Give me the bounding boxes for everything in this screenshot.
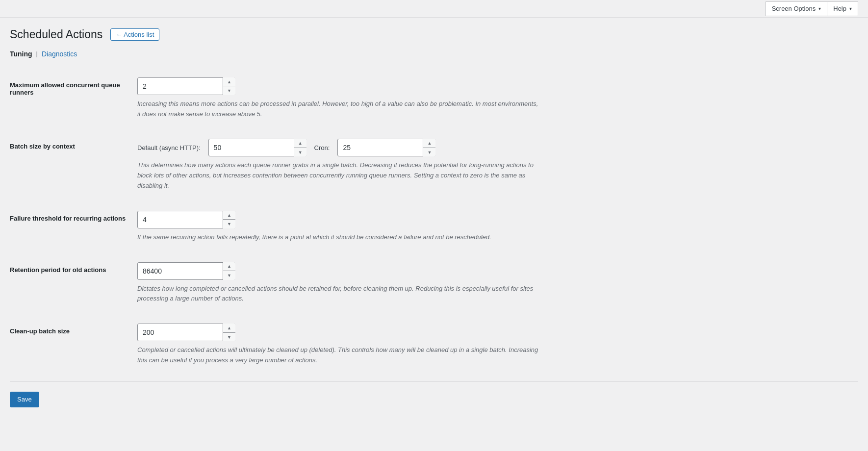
spinners-failure-threshold: ▲▼: [223, 211, 235, 228]
form-row-cleanup-batch: Clean-up batch size▲▼Completed or cancel…: [10, 316, 858, 374]
input-max-concurrent[interactable]: [137, 77, 235, 95]
spinners-retention-period: ▲▼: [223, 262, 235, 280]
field-description-cleanup-batch: Completed or cancelled actions will ulti…: [137, 345, 539, 366]
save-button[interactable]: Save: [10, 392, 39, 407]
form-row-failure-threshold: Failure threshold for recurring actions▲…: [10, 203, 858, 251]
field-description-failure-threshold: If the same recurring action fails repea…: [137, 232, 539, 243]
actions-list-button[interactable]: ← Actions list: [110, 28, 159, 41]
sub-label-batch-size-1: Cron:: [314, 144, 330, 151]
field-label-failure-threshold: Failure threshold for recurring actions: [10, 211, 137, 222]
field-description-retention-period: Dictates how long completed or cancelled…: [137, 284, 539, 304]
field-content-retention-period: ▲▼Dictates how long completed or cancell…: [137, 262, 858, 304]
top-bar-right: Screen Options ▾ Help ▾: [766, 1, 858, 16]
input-retention-period[interactable]: [137, 262, 235, 280]
screen-options-button[interactable]: Screen Options ▾: [766, 1, 827, 16]
form-rows: Maximum allowed concurrent queue runners…: [10, 70, 858, 374]
screen-options-label: Screen Options: [772, 5, 816, 12]
sub-input-wrap-batch-size-1: ▲▼: [337, 139, 435, 156]
spinner-up-retention-period[interactable]: ▲: [223, 262, 235, 272]
spinner-up-failure-threshold[interactable]: ▲: [223, 211, 235, 220]
spinner-up-cleanup-batch[interactable]: ▲: [223, 324, 235, 333]
field-content-batch-size: Default (async HTTP):▲▼Cron:▲▼This deter…: [137, 139, 858, 191]
input-wrap-retention-period: ▲▼: [137, 262, 235, 280]
inline-group-batch-size: Default (async HTTP):▲▼Cron:▲▼: [137, 139, 858, 156]
sub-input-batch-size-0[interactable]: [208, 139, 306, 156]
field-label-max-concurrent: Maximum allowed concurrent queue runners: [10, 77, 137, 96]
input-wrap-max-concurrent: ▲▼: [137, 77, 235, 95]
spinner-down-retention-period[interactable]: ▼: [223, 271, 235, 280]
sub-spinners-batch-size-0: ▲▼: [294, 139, 306, 156]
sub-spinner-down-batch-size-0[interactable]: ▼: [294, 148, 306, 157]
top-bar: Screen Options ▾ Help ▾: [0, 0, 868, 18]
page-header: Scheduled Actions ← Actions list: [10, 27, 858, 42]
field-description-max-concurrent: Increasing this means more actions can b…: [137, 99, 539, 120]
help-label: Help: [833, 5, 846, 12]
spinner-up-max-concurrent[interactable]: ▲: [223, 77, 235, 87]
tab-separator: |: [36, 50, 38, 57]
sub-spinner-up-batch-size-0[interactable]: ▲: [294, 139, 306, 148]
sub-spinner-up-batch-size-1[interactable]: ▲: [423, 139, 435, 148]
sub-label-batch-size-0: Default (async HTTP):: [137, 144, 201, 151]
tab-diagnostics[interactable]: Diagnostics: [42, 50, 77, 58]
tab-tuning[interactable]: Tuning: [10, 50, 32, 58]
field-content-cleanup-batch: ▲▼Completed or cancelled actions will ul…: [137, 324, 858, 366]
field-content-failure-threshold: ▲▼If the same recurring action fails rep…: [137, 211, 858, 243]
form-row-retention-period: Retention period for old actions▲▼Dictat…: [10, 254, 858, 312]
spinner-down-cleanup-batch[interactable]: ▼: [223, 333, 235, 342]
spinner-down-failure-threshold[interactable]: ▼: [223, 220, 235, 228]
main-content: Scheduled Actions ← Actions list Tuning …: [0, 18, 868, 422]
input-cleanup-batch[interactable]: [137, 324, 235, 341]
save-btn-label: Save: [17, 396, 32, 403]
input-failure-threshold[interactable]: [137, 211, 235, 228]
field-content-max-concurrent: ▲▼Increasing this means more actions can…: [137, 77, 858, 120]
sub-input-batch-size-1[interactable]: [337, 139, 435, 156]
sub-input-wrap-batch-size-0: ▲▼: [208, 139, 306, 156]
field-label-retention-period: Retention period for old actions: [10, 262, 137, 274]
screen-options-chevron-icon: ▾: [818, 6, 821, 11]
page-title: Scheduled Actions: [10, 27, 102, 42]
form-row-batch-size: Batch size by contextDefault (async HTTP…: [10, 131, 858, 199]
help-button[interactable]: Help ▾: [827, 1, 858, 16]
field-label-cleanup-batch: Clean-up batch size: [10, 324, 137, 335]
nav-tabs: Tuning | Diagnostics: [10, 50, 858, 58]
form-row-max-concurrent: Maximum allowed concurrent queue runners…: [10, 70, 858, 127]
spinner-down-max-concurrent[interactable]: ▼: [223, 86, 235, 95]
input-wrap-cleanup-batch: ▲▼: [137, 324, 235, 341]
sub-spinners-batch-size-1: ▲▼: [423, 139, 435, 156]
field-description-batch-size: This determines how many actions each qu…: [137, 160, 539, 191]
spinners-max-concurrent: ▲▼: [223, 77, 235, 95]
sub-spinner-down-batch-size-1[interactable]: ▼: [423, 148, 435, 157]
save-section: Save: [10, 381, 858, 412]
help-chevron-icon: ▾: [849, 6, 852, 11]
spinners-cleanup-batch: ▲▼: [223, 324, 235, 341]
field-label-batch-size: Batch size by context: [10, 139, 137, 150]
input-wrap-failure-threshold: ▲▼: [137, 211, 235, 228]
